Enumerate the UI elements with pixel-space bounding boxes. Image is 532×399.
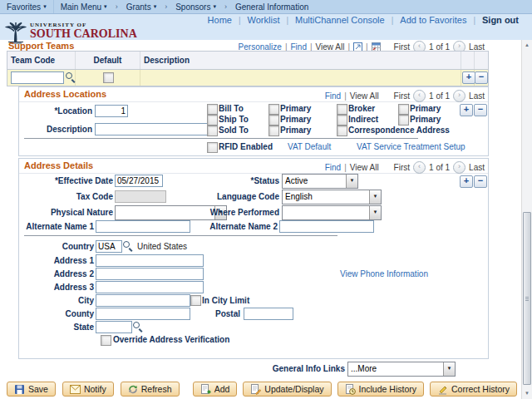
sold-to-primary-checkbox[interactable] [268, 126, 279, 136]
override-address-verification-checkbox[interactable] [101, 335, 111, 346]
rfid-enabled-checkbox[interactable] [207, 142, 218, 153]
county-input[interactable] [96, 308, 190, 320]
correspondence-address-checkbox[interactable] [337, 126, 347, 136]
effective-date-input[interactable] [115, 175, 163, 187]
find-link[interactable]: Find [325, 91, 341, 101]
find-link[interactable]: Find [325, 163, 341, 172]
sold-to-label: Sold To [219, 126, 249, 135]
alternate-name-1-input[interactable] [96, 220, 190, 233]
update-display-button[interactable]: Update/Display [243, 382, 331, 397]
city-input[interactable] [96, 294, 190, 307]
breadcrumb-favorites[interactable]: Favorites ▾ [0, 2, 53, 12]
toolbar-separator: | [344, 163, 347, 172]
delete-row-button[interactable]: − [475, 71, 488, 84]
delete-location-button[interactable]: − [474, 104, 487, 116]
location-input[interactable] [95, 105, 128, 117]
section-divider [24, 138, 418, 139]
vat-service-treatment-setup-link[interactable]: VAT Service Treatment Setup [357, 142, 466, 151]
indirect-primary-checkbox[interactable] [398, 115, 409, 126]
postal-input[interactable] [244, 308, 293, 320]
include-history-button[interactable]: Include History [337, 382, 424, 397]
ship-to-primary-checkbox[interactable] [268, 115, 279, 126]
scroll-up-icon[interactable]: ▲ [522, 40, 532, 51]
save-icon [14, 384, 25, 395]
grid-header-row: Team Code Default Description [7, 52, 488, 70]
where-performed-select[interactable]: ▼ [282, 205, 382, 220]
default-checkbox[interactable] [103, 72, 114, 83]
view-phone-information-link[interactable]: View Phone Information [340, 269, 428, 278]
broker-primary-label: Primary [410, 104, 441, 113]
language-code-select[interactable]: English ▼ [282, 190, 382, 204]
first-label: First [394, 163, 410, 172]
home-link[interactable]: Home [208, 15, 232, 25]
ship-to-label: Ship To [219, 115, 249, 124]
last-label: Last [469, 91, 485, 101]
toolbar-separator: | [344, 91, 347, 101]
bill-to-primary-checkbox[interactable] [268, 104, 279, 115]
bill-to-checkbox[interactable] [207, 104, 218, 115]
add-row-button[interactable]: + [462, 71, 475, 84]
description-label: Description [47, 125, 92, 134]
chevron-down-icon: ▾ [154, 3, 157, 10]
multichannel-console-link[interactable]: MultiChannel Console [295, 15, 385, 25]
refresh-button[interactable]: Refresh [121, 382, 180, 397]
prev-page-button[interactable]: ‹ [413, 161, 426, 174]
scrollbar-thumb[interactable] [523, 212, 531, 385]
worklist-link[interactable]: Worklist [248, 15, 280, 25]
address-2-label: Address 2 [54, 269, 94, 278]
prev-page-button[interactable]: ‹ [413, 90, 426, 102]
add-button[interactable]: Add [193, 382, 238, 397]
state-lookup-icon[interactable] [133, 322, 143, 332]
chevron-down-icon: ▾ [104, 3, 107, 10]
state-input[interactable] [96, 321, 132, 333]
country-lookup-icon[interactable] [123, 241, 133, 251]
sold-to-primary-label: Primary [280, 126, 311, 135]
ship-to-checkbox[interactable] [207, 115, 218, 126]
view-all-link[interactable]: View All [350, 91, 379, 101]
correspondence-address-label: Correspondence Address [348, 126, 450, 135]
sold-to-checkbox[interactable] [207, 126, 218, 136]
indirect-checkbox[interactable] [337, 115, 347, 126]
breadcrumb-main-menu[interactable]: Main Menu ▾ [54, 2, 114, 12]
country-code-input[interactable] [96, 240, 122, 253]
general-info-links-select[interactable]: ...More ▼ [347, 362, 456, 377]
address-3-input[interactable] [96, 281, 204, 293]
notify-button[interactable]: Notify [62, 382, 114, 397]
next-page-button[interactable]: › [453, 90, 466, 102]
broker-primary-checkbox[interactable] [398, 104, 409, 115]
alternate-name-2-input[interactable] [279, 220, 374, 233]
status-select[interactable]: Active ▼ [282, 174, 358, 189]
view-all-link[interactable]: View All [350, 163, 379, 172]
add-to-favorites-link[interactable]: Add to Favorites [400, 15, 466, 25]
breadcrumb-separator-icon: › [223, 2, 229, 11]
status-label: *Status [251, 176, 279, 185]
team-code-lookup-icon[interactable] [66, 72, 76, 82]
team-code-input[interactable] [11, 71, 64, 84]
vertical-scrollbar[interactable]: ▲ ▼ [521, 40, 532, 399]
support-teams-title: Support Teams [8, 41, 74, 51]
link-separator: | [473, 16, 475, 25]
add-address-detail-button[interactable]: + [460, 175, 473, 188]
next-page-button[interactable]: › [453, 161, 466, 174]
add-location-button[interactable]: + [460, 104, 473, 116]
vat-default-link[interactable]: VAT Default [288, 142, 331, 151]
address-2-input[interactable] [96, 268, 204, 280]
correct-history-button[interactable]: Correct History [430, 382, 517, 397]
breadcrumb-sponsors[interactable]: Sponsors ▾ [169, 2, 223, 12]
breadcrumb-grants-label: Grants [126, 2, 151, 12]
address-3-label: Address 3 [54, 283, 94, 292]
include-history-button-label: Include History [359, 384, 416, 394]
scroll-down-icon[interactable]: ▼ [522, 388, 532, 399]
delete-address-detail-button[interactable]: − [474, 175, 487, 188]
save-button[interactable]: Save [7, 382, 56, 397]
link-separator: | [392, 16, 394, 25]
description-input[interactable] [95, 123, 209, 135]
breadcrumb-current-page: General Information [229, 2, 315, 12]
country-label: Country [62, 242, 94, 251]
sign-out-link[interactable]: Sign out [482, 15, 519, 25]
in-city-limit-checkbox[interactable] [190, 295, 201, 306]
address-1-input[interactable] [96, 254, 204, 267]
broker-checkbox[interactable] [337, 104, 347, 115]
breadcrumb-grants[interactable]: Grants ▾ [120, 2, 164, 12]
dropdown-arrow-icon: ▼ [369, 206, 381, 219]
